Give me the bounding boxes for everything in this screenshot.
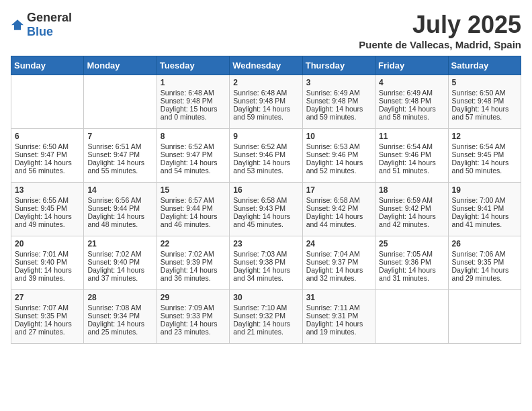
calendar-week-row: 13Sunrise: 6:55 AMSunset: 9:45 PMDayligh…	[11, 183, 521, 236]
day-number: 30	[233, 293, 298, 302]
calendar-week-row: 20Sunrise: 7:01 AMSunset: 9:40 PMDayligh…	[11, 236, 521, 290]
calendar-cell: 13Sunrise: 6:55 AMSunset: 9:45 PMDayligh…	[11, 183, 84, 236]
sunset-time: Sunset: 9:35 PM	[452, 258, 517, 266]
calendar-cell: 29Sunrise: 7:09 AMSunset: 9:33 PMDayligh…	[157, 290, 229, 344]
sunrise-time: Sunrise: 6:59 AM	[379, 196, 444, 204]
daylight-hours: Daylight: 14 hours and 44 minutes.	[306, 212, 371, 228]
day-number: 10	[306, 132, 371, 141]
logo-text: General Blue	[27, 11, 72, 39]
sunrise-time: Sunrise: 6:52 AM	[161, 142, 226, 150]
day-number: 15	[161, 185, 226, 195]
sunset-time: Sunset: 9:47 PM	[161, 150, 226, 158]
sunrise-time: Sunrise: 6:53 AM	[306, 142, 371, 150]
calendar-cell: 11Sunrise: 6:54 AMSunset: 9:46 PMDayligh…	[375, 129, 448, 183]
sunrise-time: Sunrise: 6:56 AM	[87, 196, 152, 204]
sunrise-time: Sunrise: 6:57 AM	[161, 196, 226, 204]
sunrise-time: Sunrise: 6:48 AM	[233, 89, 298, 97]
sunrise-time: Sunrise: 7:09 AM	[161, 304, 226, 312]
sunset-time: Sunset: 9:45 PM	[452, 150, 517, 158]
sunset-time: Sunset: 9:48 PM	[161, 97, 226, 105]
sunrise-time: Sunrise: 7:10 AM	[233, 304, 298, 312]
sunset-time: Sunset: 9:43 PM	[233, 204, 298, 212]
calendar-cell: 4Sunrise: 6:49 AMSunset: 9:48 PMDaylight…	[375, 75, 448, 129]
daylight-hours: Daylight: 14 hours and 32 minutes.	[306, 266, 371, 282]
sunrise-time: Sunrise: 6:54 AM	[379, 142, 444, 150]
day-number: 1	[161, 78, 226, 87]
day-number: 25	[379, 239, 444, 248]
calendar-cell	[11, 75, 84, 129]
calendar-cell: 24Sunrise: 7:04 AMSunset: 9:37 PMDayligh…	[302, 236, 375, 290]
calendar-cell: 21Sunrise: 7:02 AMSunset: 9:40 PMDayligh…	[84, 236, 157, 290]
calendar-cell: 22Sunrise: 7:02 AMSunset: 9:39 PMDayligh…	[157, 236, 229, 290]
daylight-hours: Daylight: 14 hours and 25 minutes.	[87, 320, 152, 336]
sunset-time: Sunset: 9:48 PM	[452, 97, 517, 105]
daylight-hours: Daylight: 14 hours and 19 minutes.	[306, 320, 371, 336]
calendar-cell: 28Sunrise: 7:08 AMSunset: 9:34 PMDayligh…	[84, 290, 157, 344]
calendar-cell: 23Sunrise: 7:03 AMSunset: 9:38 PMDayligh…	[230, 236, 302, 290]
sunset-time: Sunset: 9:42 PM	[379, 204, 444, 212]
calendar-cell: 3Sunrise: 6:49 AMSunset: 9:48 PMDaylight…	[302, 75, 375, 129]
daylight-hours: Daylight: 14 hours and 55 minutes.	[87, 158, 152, 175]
day-number: 5	[452, 78, 517, 87]
title-block: July 2025 Puente de Vallecas, Madrid, Sp…	[359, 11, 521, 50]
calendar-cell: 12Sunrise: 6:54 AMSunset: 9:45 PMDayligh…	[448, 129, 521, 183]
sunrise-time: Sunrise: 7:00 AM	[452, 196, 517, 204]
calendar-cell	[84, 75, 157, 129]
sunrise-time: Sunrise: 7:06 AM	[452, 250, 517, 258]
day-number: 18	[379, 185, 444, 195]
sunset-time: Sunset: 9:32 PM	[233, 312, 298, 320]
sunrise-time: Sunrise: 6:51 AM	[87, 142, 152, 150]
day-number: 6	[15, 132, 80, 141]
calendar-cell: 9Sunrise: 6:52 AMSunset: 9:46 PMDaylight…	[230, 129, 302, 183]
calendar-body: 1Sunrise: 6:48 AMSunset: 9:48 PMDaylight…	[11, 75, 521, 344]
weekday-header-wednesday: Wednesday	[230, 56, 302, 75]
logo: General Blue	[11, 11, 72, 39]
sunrise-time: Sunrise: 6:50 AM	[15, 142, 80, 150]
daylight-hours: Daylight: 14 hours and 42 minutes.	[379, 212, 444, 228]
daylight-hours: Daylight: 14 hours and 49 minutes.	[15, 212, 80, 228]
day-number: 4	[379, 78, 444, 87]
sunset-time: Sunset: 9:46 PM	[233, 150, 298, 158]
sunrise-time: Sunrise: 6:58 AM	[233, 196, 298, 204]
calendar-cell: 1Sunrise: 6:48 AMSunset: 9:48 PMDaylight…	[157, 75, 229, 129]
daylight-hours: Daylight: 14 hours and 34 minutes.	[233, 266, 298, 282]
day-number: 3	[306, 78, 371, 87]
location-subtitle: Puente de Vallecas, Madrid, Spain	[359, 39, 521, 50]
day-number: 16	[233, 185, 298, 195]
calendar-week-row: 1Sunrise: 6:48 AMSunset: 9:48 PMDaylight…	[11, 75, 521, 129]
day-number: 27	[15, 293, 80, 302]
daylight-hours: Daylight: 14 hours and 29 minutes.	[452, 266, 517, 282]
day-number: 14	[87, 185, 152, 195]
day-number: 29	[161, 293, 226, 302]
daylight-hours: Daylight: 14 hours and 57 minutes.	[452, 105, 517, 121]
daylight-hours: Daylight: 14 hours and 52 minutes.	[306, 158, 371, 175]
sunset-time: Sunset: 9:47 PM	[87, 150, 152, 158]
sunset-time: Sunset: 9:42 PM	[306, 204, 371, 212]
sunrise-time: Sunrise: 6:50 AM	[452, 89, 517, 97]
logo-general: General	[27, 11, 72, 24]
sunrise-time: Sunrise: 7:02 AM	[87, 250, 152, 258]
daylight-hours: Daylight: 14 hours and 46 minutes.	[161, 212, 226, 228]
sunset-time: Sunset: 9:48 PM	[233, 97, 298, 105]
day-number: 11	[379, 132, 444, 141]
calendar-cell: 6Sunrise: 6:50 AMSunset: 9:47 PMDaylight…	[11, 129, 84, 183]
day-number: 22	[161, 239, 226, 248]
sunrise-time: Sunrise: 7:08 AM	[87, 304, 152, 312]
sunrise-time: Sunrise: 7:02 AM	[161, 250, 226, 258]
daylight-hours: Daylight: 14 hours and 36 minutes.	[161, 266, 226, 282]
sunset-time: Sunset: 9:45 PM	[15, 204, 80, 212]
sunset-time: Sunset: 9:44 PM	[87, 204, 152, 212]
calendar-cell: 7Sunrise: 6:51 AMSunset: 9:47 PMDaylight…	[84, 129, 157, 183]
sunrise-time: Sunrise: 6:52 AM	[233, 142, 298, 150]
daylight-hours: Daylight: 14 hours and 59 minutes.	[306, 105, 371, 121]
sunset-time: Sunset: 9:33 PM	[161, 312, 226, 320]
calendar-cell: 16Sunrise: 6:58 AMSunset: 9:43 PMDayligh…	[230, 183, 302, 236]
calendar-cell: 30Sunrise: 7:10 AMSunset: 9:32 PMDayligh…	[230, 290, 302, 344]
sunset-time: Sunset: 9:38 PM	[233, 258, 298, 266]
daylight-hours: Daylight: 14 hours and 45 minutes.	[233, 212, 298, 228]
calendar-cell: 19Sunrise: 7:00 AMSunset: 9:41 PMDayligh…	[448, 183, 521, 236]
calendar-cell: 31Sunrise: 7:11 AMSunset: 9:31 PMDayligh…	[302, 290, 375, 344]
daylight-hours: Daylight: 14 hours and 21 minutes.	[233, 320, 298, 336]
day-number: 7	[87, 132, 152, 141]
weekday-header-saturday: Saturday	[448, 56, 521, 75]
